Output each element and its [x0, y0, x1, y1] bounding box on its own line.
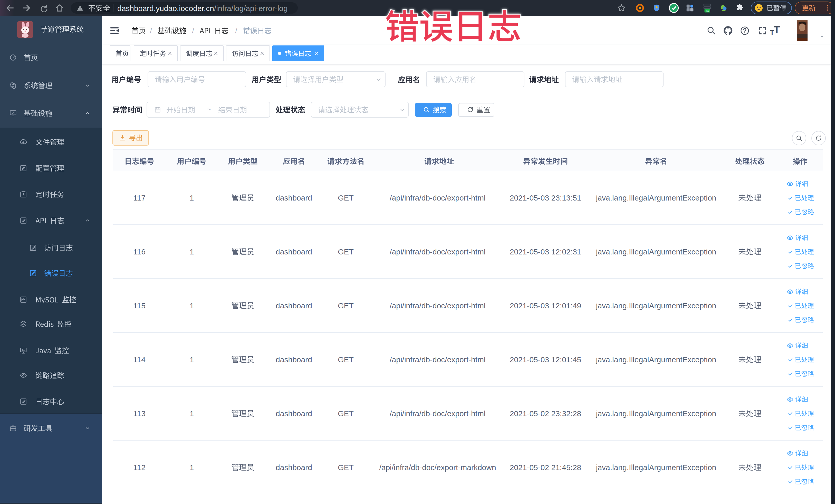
svg-text:on: on	[706, 9, 709, 12]
